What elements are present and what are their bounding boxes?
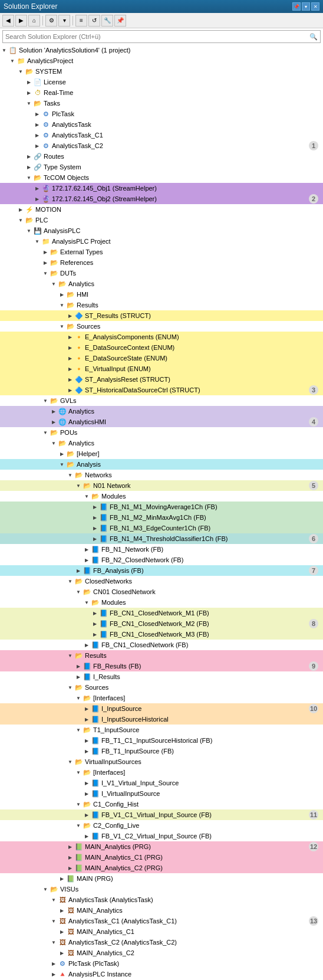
- tree-item-at-main-analytics[interactable]: ▶🖼MAIN_Analytics: [0, 905, 323, 916]
- tree-expander[interactable]: ▼: [74, 726, 83, 734]
- tree-expander[interactable]: ▶: [41, 248, 50, 256]
- tree-expander[interactable]: ▼: [74, 481, 83, 490]
- tree-expander[interactable]: ▶: [50, 407, 58, 415]
- tree-item-fb_t1_c1_historical[interactable]: ▶📘FB_T1_C1_InputSourceHistorical (FB): [0, 735, 323, 746]
- tree-item-fb_n1_m2[interactable]: ▶📘FB_N1_M2_MinMaxAvg1Ch (FB): [0, 512, 323, 523]
- tree-item-main_analytics_c1[interactable]: ▶📗MAIN_Analytics_C1 (PRG): [0, 852, 323, 863]
- tree-expander[interactable]: ▶: [83, 736, 91, 745]
- tree-expander[interactable]: ▼: [25, 99, 33, 107]
- pin2-button[interactable]: 📌: [114, 15, 126, 27]
- tree-item-gvls-analyticshmi[interactable]: ▶🌐AnalyticsHMI4: [0, 417, 323, 427]
- tree-item-analyticstask_c2[interactable]: ▶⚙AnalyticsTask_C21: [0, 140, 323, 151]
- tree-item-sources-folder[interactable]: ▼📂Sources: [0, 682, 323, 693]
- tree-item-realtime[interactable]: ▶⏱Real-Time: [0, 87, 323, 98]
- tree-item-main_prg[interactable]: ▶📗MAIN (PRG): [0, 873, 323, 884]
- tree-item-routes[interactable]: ▶🔗Routes: [0, 151, 323, 162]
- tree-expander[interactable]: ▶: [66, 333, 74, 341]
- tree-expander[interactable]: ▼: [17, 67, 25, 76]
- tree-item-hmi[interactable]: ▶📂HMI: [0, 289, 323, 300]
- tree-item-fb_n1_m4[interactable]: ▶📘FB_N1_M4_ThresholdClassifier1Ch (FB)6: [0, 533, 323, 544]
- tree-expander[interactable]: ▼: [50, 917, 58, 925]
- tree-expander[interactable]: ▶: [58, 450, 66, 458]
- tree-item-fb_n1_m1[interactable]: ▶📘FB_N1_M1_MovingAverage1Ch (FB): [0, 502, 323, 512]
- tree-item-helper[interactable]: ▶📂[Helper]: [0, 448, 323, 459]
- tree-item-at-c1-main[interactable]: ▶🖼MAIN_Analytics_C1: [0, 926, 323, 937]
- tree-expander[interactable]: ▶: [58, 906, 66, 915]
- tree-expander[interactable]: ▶: [66, 853, 74, 861]
- tree-expander[interactable]: ▶: [58, 290, 66, 299]
- tree-item-st_historicaldsc[interactable]: ▶🔷ST_HistoricalDataSourceCtrl (STRUCT)3: [0, 385, 323, 395]
- tree-expander[interactable]: ▼: [41, 885, 50, 893]
- tree-item-fb_n1_network[interactable]: ▶📘FB_N1_Network (FB): [0, 544, 323, 555]
- tree-item-virtualinput[interactable]: ▼📂VirtualInputSources: [0, 756, 323, 767]
- tree-item-e_virtualinput[interactable]: ▶🔸E_VirtualInput (ENUM): [0, 363, 323, 374]
- tree-item-analyticstask_c1[interactable]: ▶⚙AnalyticsTask_C1: [0, 130, 323, 140]
- tree-expander[interactable]: ▶: [66, 864, 74, 872]
- tree-expander[interactable]: ▶: [83, 779, 91, 787]
- tree-expander[interactable]: ▶: [83, 832, 91, 840]
- tree-item-fb_v1_c2_virtual[interactable]: ▶📘FB_V1_C2_Virtual_Input_Source (FB): [0, 831, 323, 841]
- close-button[interactable]: ✕: [311, 2, 319, 11]
- tree-item-interfaces-vi[interactable]: ▼📂[Interfaces]: [0, 767, 323, 778]
- tree-item-cn01[interactable]: ▼📂CN01 ClosedNetwork: [0, 586, 323, 597]
- tree-expander[interactable]: ▶: [33, 184, 41, 192]
- tree-expander[interactable]: ▼: [41, 428, 50, 437]
- tree-item-tasks[interactable]: ▼📂Tasks: [0, 98, 323, 109]
- tree-expander[interactable]: ▶: [83, 747, 91, 755]
- tree-item-cn-modules[interactable]: ▼📂Modules: [0, 597, 323, 608]
- search-input[interactable]: [5, 33, 309, 40]
- tree-item-n01network[interactable]: ▼📂N01 Network5: [0, 480, 323, 491]
- tree-item-fb_n1_m3[interactable]: ▶📘FB_N1_M3_EdgeCounter1Ch (FB): [0, 523, 323, 533]
- tree-expander[interactable]: ▶: [91, 630, 99, 638]
- properties-button[interactable]: 🔧: [101, 15, 113, 27]
- tree-expander[interactable]: ▶: [91, 609, 99, 617]
- tree-item-c2_config_live[interactable]: ▼📂C2_Config_Live: [0, 820, 323, 831]
- tree-item-results[interactable]: ▼📂Results: [0, 300, 323, 310]
- tree-item-analysisplc[interactable]: ▼💾AnalysisPLC: [0, 225, 323, 236]
- tree-expander[interactable]: ▶: [25, 152, 33, 160]
- tree-expander[interactable]: ▼: [50, 896, 58, 904]
- tree-item-solution[interactable]: ▼📋Solution 'AnalyticsSolution4' (1 proje…: [0, 45, 323, 55]
- tree-expander[interactable]: ▼: [50, 280, 58, 288]
- tree-item-analysis[interactable]: ▼📂Analysis: [0, 459, 323, 470]
- tree-item-analysisplc-instance[interactable]: ▶🔺AnalysisPLC Instance: [0, 969, 323, 979]
- tree-item-c1_config_hist[interactable]: ▼📂C1_Config_Hist: [0, 799, 323, 809]
- tree-item-main_analytics[interactable]: ▶📗MAIN_Analytics (PRG)12: [0, 841, 323, 852]
- tree-expander[interactable]: ▶: [33, 131, 41, 139]
- tree-expander[interactable]: ▶: [66, 386, 74, 394]
- tree-expander[interactable]: ▼: [25, 227, 33, 235]
- tree-item-results-folder[interactable]: ▼📂Results: [0, 650, 323, 661]
- tree-item-fb_n2_closednetwork[interactable]: ▶📘FB_N2_ClosedNetwork (FB): [0, 555, 323, 565]
- tree-item-i_results[interactable]: ▶📘I_Results: [0, 671, 323, 682]
- tree-item-main_analytics_c2[interactable]: ▶📗MAIN_Analytics_C2 (PRG): [0, 863, 323, 873]
- tree-expander[interactable]: ▼: [66, 471, 74, 479]
- tree-item-gvls[interactable]: ▼📂GVLs: [0, 395, 323, 406]
- tree-item-i_inputsourcehistorical[interactable]: ▶📘I_InputSourceHistorical: [0, 714, 323, 725]
- tree-item-motion[interactable]: ▶⚡MOTION: [0, 204, 323, 215]
- tree-item-fb_cn1_m2[interactable]: ▶📘FB_CN1_ClosedNetwork_M2 (FB)8: [0, 618, 323, 629]
- tree-expander[interactable]: ▶: [66, 375, 74, 384]
- tree-expander[interactable]: ▶: [83, 641, 91, 649]
- tree-expander[interactable]: ▶: [91, 503, 99, 511]
- back-button[interactable]: ◀: [2, 15, 14, 27]
- tree-expander[interactable]: ▶: [83, 811, 91, 819]
- tree-expander[interactable]: ▶: [74, 662, 83, 670]
- tree-expander[interactable]: ▼: [74, 821, 83, 830]
- tree-item-at-c1[interactable]: ▼🖼AnalyticsTask_C1 (AnalyticsTask_C1)13: [0, 916, 323, 926]
- tree-expander[interactable]: ▼: [83, 598, 91, 607]
- tree-item-analyticsproject[interactable]: ▼📁AnalyticsProject: [0, 55, 323, 66]
- pin-button[interactable]: 📌: [292, 2, 301, 11]
- tree-expander[interactable]: ▼: [74, 588, 83, 596]
- tree-expander[interactable]: ▼: [17, 216, 25, 224]
- tree-item-pous-analytics[interactable]: ▼📂Analytics: [0, 438, 323, 448]
- tree-item-e_datasourcestate[interactable]: ▶🔸E_DataSourceState (ENUM): [0, 353, 323, 363]
- tree-item-fb_analysis[interactable]: ▶📘FB_Analysis (FB)7: [0, 565, 323, 576]
- tree-item-analysisplcproject[interactable]: ▼📁AnalysisPLC Project: [0, 236, 323, 247]
- tree-expander[interactable]: ▼: [33, 237, 41, 245]
- tree-expander[interactable]: ▶: [83, 715, 91, 723]
- tree-item-duts-analytics[interactable]: ▼📂Analytics: [0, 278, 323, 289]
- minimize-button[interactable]: ▾: [302, 2, 310, 11]
- tree-expander[interactable]: ▶: [58, 874, 66, 883]
- tree-item-externaltypes[interactable]: ▶📂External Types: [0, 247, 323, 257]
- tree-item-st_analysisreset[interactable]: ▶🔷ST_AnalysisReset (STRUCT): [0, 374, 323, 385]
